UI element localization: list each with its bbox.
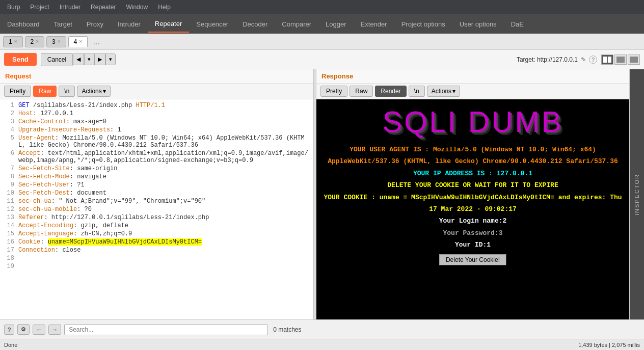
- response-actions-label: Actions: [432, 88, 451, 95]
- toolbar: Send Cancel ◀ ▾ ▶ ▾ Target: http://127.0…: [0, 50, 644, 69]
- request-line-10: 10 Sec-Fetch-Dest: document: [2, 189, 311, 197]
- tab-repeater[interactable]: Repeater: [148, 16, 189, 33]
- status-bytes: 1,439 bytes | 2,075 millis: [578, 342, 640, 348]
- request-line-9: 9 Sec-Fetch-User: ?1: [2, 181, 311, 189]
- sqli-ua-label: YOUR USER AGENT IS :: [350, 146, 429, 153]
- request-line-12: 12 sec-ch-ua-mobile: ?0: [2, 205, 311, 213]
- tab-target[interactable]: Target: [47, 16, 79, 32]
- tab-comparer[interactable]: Comparer: [275, 16, 318, 32]
- repeater-tab-3-label: 3: [52, 38, 56, 45]
- request-content[interactable]: 1 GET /sqlilabs/Less-21/index.php HTTP/1…: [0, 99, 313, 319]
- tab-extender[interactable]: Extender: [354, 16, 394, 32]
- request-panel: Request Pretty Raw \n Actions ▾ 1 GET /s…: [0, 69, 313, 319]
- tab-logger[interactable]: Logger: [318, 16, 353, 32]
- close-tab-3[interactable]: ×: [58, 39, 61, 44]
- target-label: Target: http://127.0.0.1 ✎ ?: [517, 56, 597, 64]
- request-actions-dropdown[interactable]: Actions ▾: [77, 86, 110, 97]
- menu-project[interactable]: Project: [25, 2, 54, 13]
- repeater-tab-4[interactable]: 4 ×: [68, 36, 88, 47]
- menu-window[interactable]: Window: [121, 2, 153, 13]
- bottom-help-button[interactable]: ?: [4, 325, 14, 335]
- response-render-tab[interactable]: Render: [375, 86, 406, 97]
- view-response-button[interactable]: [628, 55, 640, 65]
- request-pretty-tab[interactable]: Pretty: [4, 86, 31, 97]
- bottom-back-button[interactable]: ←: [33, 325, 45, 335]
- sqli-title: SQLI DUMB: [382, 104, 563, 139]
- request-line-18: 18: [2, 254, 311, 262]
- repeater-tab-new[interactable]: ...: [90, 36, 104, 47]
- search-input[interactable]: [64, 324, 268, 335]
- nav-fwd-button[interactable]: ▶: [94, 53, 105, 65]
- sqli-ip-label: YOUR IP ADDRESS IS :: [413, 170, 493, 177]
- inspector-label: INSPECTOR: [634, 174, 640, 216]
- sqli-ip-value: 127.0.0.1: [497, 170, 532, 177]
- view-split-button[interactable]: [601, 55, 613, 65]
- tab-intruder[interactable]: Intruder: [111, 16, 148, 32]
- status-done: Done: [4, 342, 17, 348]
- tab-dae[interactable]: DaE: [504, 16, 531, 32]
- main-content: Request Pretty Raw \n Actions ▾ 1 GET /s…: [0, 69, 644, 319]
- request-line-4: 4 Upgrade-Insecure-Requests: 1: [2, 126, 311, 134]
- response-panel: Response Pretty Raw Render \n Actions ▾ …: [316, 69, 630, 319]
- repeater-tabs: 1 × 2 × 3 × 4 × ...: [0, 34, 644, 50]
- sqli-id-text: Your ID:1: [455, 241, 491, 249]
- tab-dashboard[interactable]: Dashboard: [0, 16, 47, 32]
- tab-user-options[interactable]: User options: [452, 16, 504, 32]
- nav-fwd-dropdown-button[interactable]: ▾: [105, 53, 116, 65]
- close-tab-2[interactable]: ×: [36, 39, 39, 44]
- response-toolbar: Pretty Raw Render \n Actions ▾: [316, 84, 629, 99]
- repeater-tab-3[interactable]: 3 ×: [46, 36, 66, 47]
- request-line-15: 15 Accept-Language: zh-CN,zh;q=0.9: [2, 230, 311, 238]
- request-raw-tab[interactable]: Raw: [33, 86, 57, 97]
- response-content: SQLI DUMB YOUR USER AGENT IS : Mozilla/5…: [316, 99, 629, 319]
- sqli-body: YOUR USER AGENT IS : Mozilla/5.0 (Window…: [321, 144, 624, 266]
- sqli-login-name-text: Your Login name:2: [439, 217, 507, 225]
- request-line-7: 7 Sec-Fetch-Site: same-origin: [2, 165, 311, 173]
- menu-intruder[interactable]: Intruder: [55, 2, 86, 13]
- bottom-forward-button[interactable]: →: [48, 325, 61, 335]
- repeater-tab-2[interactable]: 2 ×: [25, 36, 45, 47]
- sqli-password-text: Your Password:3: [443, 229, 502, 237]
- matches-label: 0 matches: [273, 326, 301, 333]
- menu-help[interactable]: Help: [153, 2, 176, 13]
- request-line-2: 2 Host: 127.0.0.1: [2, 110, 311, 118]
- tab-sequencer[interactable]: Sequencer: [189, 16, 235, 32]
- response-hex-tab[interactable]: \n: [409, 86, 425, 97]
- sqli-cookie-label: YOUR COOKIE :: [324, 194, 375, 201]
- sqli-cookie-row: YOUR COOKIE : uname = MScpIHVuaW9uIHNlbG…: [321, 192, 624, 216]
- sqli-cookie-warning: DELETE YOUR COOKIE OR WAIT FOR IT TO EXP…: [321, 179, 624, 191]
- send-button[interactable]: Send: [4, 53, 37, 66]
- sqli-password: Your Password:3: [321, 227, 624, 239]
- response-actions-dropdown[interactable]: Actions ▾: [427, 86, 460, 97]
- request-line-14: 14 Accept-Encoding: gzip, deflate: [2, 222, 311, 230]
- response-pretty-tab[interactable]: Pretty: [320, 86, 347, 97]
- request-hex-tab[interactable]: \n: [59, 86, 75, 97]
- bottom-settings-button[interactable]: ⚙: [17, 324, 30, 335]
- request-line-11: 11 sec-ch-ua: " Not A;Brand";v="99", "Ch…: [2, 197, 311, 205]
- request-actions-label: Actions: [82, 88, 101, 95]
- help-icon[interactable]: ?: [589, 56, 597, 64]
- request-toolbar: Pretty Raw \n Actions ▾: [0, 84, 313, 99]
- sqli-cookie-warning-text: DELETE YOUR COOKIE OR WAIT FOR IT TO EXP…: [387, 181, 558, 189]
- menu-repeater[interactable]: Repeater: [86, 2, 121, 13]
- delete-cookie-button[interactable]: Delete Your Cookie!: [439, 254, 506, 265]
- nav-dropdown-button[interactable]: ▾: [84, 53, 94, 65]
- repeater-tab-1[interactable]: 1 ×: [3, 36, 23, 47]
- tab-proxy[interactable]: Proxy: [79, 16, 111, 32]
- tab-project-options[interactable]: Project options: [394, 16, 452, 32]
- tab-decoder[interactable]: Decoder: [235, 16, 275, 32]
- close-tab-1[interactable]: ×: [14, 39, 17, 44]
- request-actions-chevron: ▾: [103, 88, 106, 95]
- close-tab-4[interactable]: ×: [79, 39, 82, 44]
- view-request-button[interactable]: [614, 55, 627, 65]
- menu-burp[interactable]: Burp: [2, 2, 25, 13]
- request-line-19: 19: [2, 262, 311, 271]
- request-line-1: 1 GET /sqlilabs/Less-21/index.php HTTP/1…: [2, 101, 311, 110]
- response-raw-tab[interactable]: Raw: [350, 86, 373, 97]
- sqli-render: SQLI DUMB YOUR USER AGENT IS : Mozilla/5…: [316, 99, 629, 319]
- request-line-17: 17 Connection: close: [2, 246, 311, 254]
- edit-target-icon[interactable]: ✎: [581, 56, 586, 63]
- request-line-5: 5 User-Agent: Mozilla/5.0 (Windows NT 10…: [2, 134, 311, 149]
- cancel-button[interactable]: Cancel: [41, 53, 73, 66]
- nav-back-button[interactable]: ◀: [73, 53, 84, 65]
